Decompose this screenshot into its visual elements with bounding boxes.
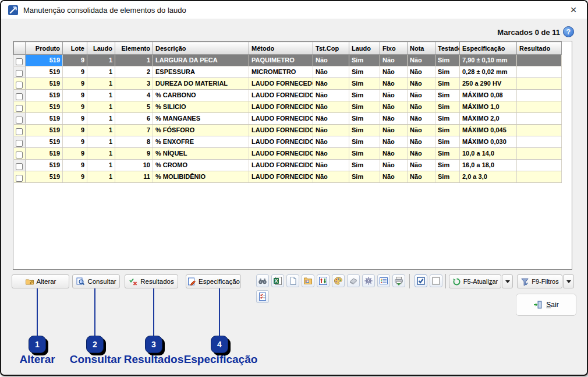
- row-checkbox-cell[interactable]: [14, 55, 26, 66]
- cell-testado[interactable]: Sim: [435, 148, 460, 160]
- cell-nota[interactable]: Não: [408, 113, 435, 125]
- row-checkbox[interactable]: [16, 163, 23, 170]
- row-checkbox-cell[interactable]: [14, 66, 26, 78]
- column-header-laudo-flag[interactable]: Laudo: [349, 42, 380, 55]
- row-checkbox[interactable]: [16, 58, 23, 65]
- table-row[interactable]: 5199111% MOLIBIDÊNIOLAUDO FORNECIDONãoSi…: [14, 171, 562, 183]
- cell-fixo[interactable]: Não: [380, 78, 408, 90]
- cell-produto[interactable]: 519: [26, 90, 63, 101]
- cell-descricao[interactable]: % FÓSFORO: [153, 125, 249, 136]
- cell-fixo[interactable]: Não: [380, 113, 408, 125]
- cell-laudo2[interactable]: Sim: [349, 160, 380, 171]
- cell-tst-cop[interactable]: Não: [313, 66, 349, 78]
- cell-lote[interactable]: 9: [63, 136, 87, 148]
- cell-laudo2[interactable]: Sim: [349, 90, 380, 101]
- cell-lote[interactable]: 9: [63, 113, 87, 125]
- cell-resultado[interactable]: [517, 90, 562, 101]
- table-row[interactable]: 519917% FÓSFOROLAUDO FORNECIDONãoSimNãoN…: [14, 125, 562, 136]
- cell-testado[interactable]: Sim: [435, 66, 460, 78]
- cell-elemento[interactable]: 7: [115, 125, 153, 136]
- cell-fixo[interactable]: Não: [380, 148, 408, 160]
- cell-nota[interactable]: Não: [408, 171, 435, 183]
- cell-especificacao[interactable]: MÁXIMO 1,0: [460, 101, 517, 113]
- row-checkbox[interactable]: [16, 140, 23, 147]
- cell-nota[interactable]: Não: [408, 90, 435, 101]
- table-row[interactable]: 519911LARGURA DA PECAPAQUIMETRONãoSimNão…: [14, 55, 562, 66]
- cell-testado[interactable]: Sim: [435, 113, 460, 125]
- row-checkbox[interactable]: [16, 82, 23, 89]
- cell-nota[interactable]: Não: [408, 125, 435, 136]
- row-checkbox[interactable]: [16, 117, 23, 124]
- cell-metodo[interactable]: LAUDO FORNECIDO: [249, 125, 313, 136]
- row-checkbox-cell[interactable]: [14, 113, 26, 125]
- uncheck-all-icon[interactable]: [430, 274, 442, 287]
- cell-resultado[interactable]: [517, 66, 562, 78]
- cell-elemento[interactable]: 10: [115, 160, 153, 171]
- table-row[interactable]: 519915% SILICIOLAUDO FORNECIDONãoSimNãoN…: [14, 101, 562, 113]
- checklist-icon[interactable]: [256, 290, 269, 303]
- row-checkbox-cell[interactable]: [14, 78, 26, 90]
- consultar-button[interactable]: Consultar: [72, 274, 120, 288]
- cell-descricao[interactable]: % CROMO: [153, 160, 249, 171]
- cell-lote[interactable]: 9: [63, 66, 87, 78]
- cell-laudo[interactable]: 1: [87, 136, 115, 148]
- help-icon[interactable]: ?: [563, 26, 574, 37]
- cell-tst-cop[interactable]: Não: [313, 125, 349, 136]
- cell-laudo[interactable]: 1: [87, 55, 115, 66]
- cell-testado[interactable]: Sim: [435, 90, 460, 101]
- cell-especificacao[interactable]: 16,0 a 18,0: [460, 160, 517, 171]
- cell-laudo[interactable]: 1: [87, 148, 115, 160]
- cell-especificacao[interactable]: MÁXIMO 0,045: [460, 125, 517, 136]
- cell-elemento[interactable]: 8: [115, 136, 153, 148]
- cell-resultado[interactable]: [517, 78, 562, 90]
- cell-testado[interactable]: Sim: [435, 125, 460, 136]
- cell-laudo[interactable]: 1: [87, 66, 115, 78]
- cell-elemento[interactable]: 1: [115, 55, 153, 66]
- cell-especificacao[interactable]: MÁXIMO 2,0: [460, 113, 517, 125]
- cell-fixo[interactable]: Não: [380, 136, 408, 148]
- binoculars-icon[interactable]: [256, 274, 269, 287]
- cell-descricao[interactable]: LARGURA DA PECA: [153, 55, 249, 66]
- column-header-tst-cop[interactable]: Tst.Cop: [313, 42, 349, 55]
- cell-metodo[interactable]: LAUDO FORNECIDO: [249, 113, 313, 125]
- cell-laudo2[interactable]: Sim: [349, 136, 380, 148]
- cell-resultado[interactable]: [517, 125, 562, 136]
- row-checkbox[interactable]: [16, 128, 23, 135]
- cell-resultado[interactable]: [517, 136, 562, 148]
- document-icon[interactable]: [286, 274, 299, 287]
- f9-dropdown-button[interactable]: [563, 274, 574, 288]
- row-checkbox-cell[interactable]: [14, 171, 26, 183]
- cell-descricao[interactable]: % CARBONO: [153, 90, 249, 101]
- cell-lote[interactable]: 9: [63, 55, 87, 66]
- column-header-nota[interactable]: Nota: [408, 42, 435, 55]
- table-row[interactable]: 519913DUREZA DO MATERIALLAUDO FORNECEDON…: [14, 78, 562, 90]
- cell-produto[interactable]: 519: [26, 78, 63, 90]
- grid-options-icon[interactable]: [377, 274, 390, 287]
- sair-button[interactable]: Sair: [516, 294, 576, 316]
- cell-laudo2[interactable]: Sim: [349, 148, 380, 160]
- cell-nota[interactable]: Não: [408, 55, 435, 66]
- cell-metodo[interactable]: MICROMETRO: [249, 66, 313, 78]
- close-icon[interactable]: ×: [566, 3, 581, 17]
- cell-laudo2[interactable]: Sim: [349, 101, 380, 113]
- cell-produto[interactable]: 519: [26, 101, 63, 113]
- cell-elemento[interactable]: 2: [115, 66, 153, 78]
- cell-metodo[interactable]: PAQUIMETRO: [249, 55, 313, 66]
- cell-metodo[interactable]: LAUDO FORNECEDO: [249, 78, 313, 90]
- row-checkbox[interactable]: [16, 175, 23, 182]
- cell-elemento[interactable]: 5: [115, 101, 153, 113]
- cell-laudo2[interactable]: Sim: [349, 55, 380, 66]
- column-header-select[interactable]: [14, 42, 26, 55]
- cell-produto[interactable]: 519: [26, 148, 63, 160]
- cell-lote[interactable]: 9: [63, 148, 87, 160]
- cell-laudo2[interactable]: Sim: [349, 171, 380, 183]
- cell-laudo[interactable]: 1: [87, 171, 115, 183]
- row-checkbox-cell[interactable]: [14, 160, 26, 171]
- cell-resultado[interactable]: [517, 148, 562, 160]
- row-checkbox[interactable]: [16, 70, 23, 77]
- cell-resultado[interactable]: [517, 113, 562, 125]
- cell-lote[interactable]: 9: [63, 171, 87, 183]
- print-export-icon[interactable]: [392, 274, 405, 287]
- table-row[interactable]: 519916% MANGANESLAUDO FORNECIDONãoSimNão…: [14, 113, 562, 125]
- cell-nota[interactable]: Não: [408, 66, 435, 78]
